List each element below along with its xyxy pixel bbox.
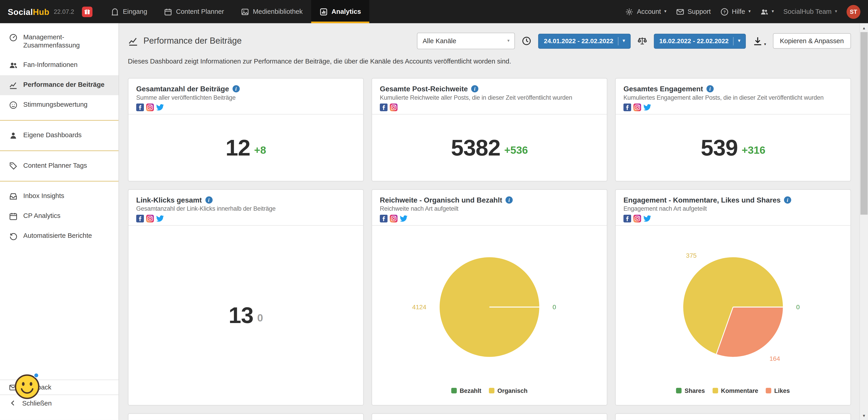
brand[interactable]: SocialHub 22.07.2 [0, 0, 97, 23]
app-window: SocialHub 22.07.2 Eingang Content Planne… [0, 0, 868, 420]
account-menu[interactable]: Account ▾ [625, 7, 666, 16]
card-partial [615, 413, 851, 420]
card-header: Link-Klicks gesamt i Gesamtanzahl der Li… [128, 190, 363, 226]
support-link[interactable]: Support [676, 7, 711, 16]
legend-item-kommentare[interactable]: Kommentare [713, 387, 758, 394]
info-icon[interactable]: i [232, 85, 240, 93]
nav-analytics[interactable]: Analytics [311, 0, 369, 23]
sidebar-item-fan-informationen[interactable]: Fan-Informationen [0, 55, 119, 75]
facebook-icon [136, 103, 144, 111]
support-label: Support [687, 8, 711, 15]
instagram-icon [390, 103, 398, 111]
account-label: Account [637, 8, 661, 15]
sidebar-item-inbox-insights[interactable]: Inbox Insights [0, 187, 119, 206]
legend-label: Kommentare [721, 387, 758, 394]
presence-menu[interactable]: ▾ [760, 7, 774, 16]
info-icon[interactable]: i [784, 196, 791, 204]
history-icon [9, 232, 18, 241]
chevron-down-icon: ▾ [507, 39, 510, 43]
card-subtitle: Engagement nach Art aufgeteilt [623, 205, 843, 212]
help-menu[interactable]: ? Hilfe ▾ [720, 7, 751, 16]
network-icons [623, 103, 843, 111]
nav-eingang[interactable]: Eingang [102, 0, 155, 23]
legend-item-bezahlt[interactable]: Bezahlt [451, 387, 481, 394]
scrollbar-thumb[interactable] [860, 32, 868, 215]
clock-icon [522, 36, 532, 46]
legend-swatch [713, 388, 718, 393]
card-title: Engagement - Kommentare, Likes und Share… [623, 196, 843, 204]
metric-value: 13 [229, 304, 253, 327]
avatar[interactable]: ST [846, 5, 860, 19]
topbar-right: Account ▾ Support ? Hilfe ▾ ▾ SocialHub … [625, 0, 868, 23]
media-library-icon [241, 7, 249, 16]
sidebar-item-automatisierte-berichte[interactable]: Automatisierte Berichte [0, 226, 119, 246]
info-icon[interactable]: i [706, 85, 713, 93]
team-menu[interactable]: SocialHub Team ▾ [783, 8, 837, 15]
sidebar-item-performance-der-beitraege[interactable]: Performance der Beiträge [0, 75, 119, 95]
analytics-icon [319, 7, 328, 16]
legend-item-shares[interactable]: Shares [676, 387, 705, 394]
line-chart-icon [9, 81, 18, 90]
chevron-down-icon: ▾ [748, 9, 751, 14]
legend-item-likes[interactable]: Likes [766, 387, 790, 394]
version-label: 22.07.2 [54, 8, 74, 15]
date-range-button[interactable]: 24.01.2022 - 22.02.2022 ▾ [538, 33, 630, 49]
sidebar-item-eigene-dashboards[interactable]: Eigene Dashboards [0, 126, 119, 146]
legend-item-organisch[interactable]: Organisch [489, 387, 528, 394]
card-engagement-pie: Engagement - Kommentare, Likes und Share… [615, 189, 851, 406]
metric-value: 12 [225, 136, 250, 159]
svg-text:?: ? [723, 10, 725, 14]
info-icon[interactable]: i [471, 85, 478, 93]
twitter-icon [156, 215, 164, 222]
channel-select[interactable]: Alle Kanäle ▾ [417, 33, 515, 49]
info-icon[interactable]: i [505, 196, 513, 204]
card-title-text: Engagement - Kommentare, Likes und Share… [623, 196, 781, 204]
calendar-icon [9, 212, 18, 221]
vertical-scrollbar[interactable]: ▲ ▼ [859, 23, 868, 420]
instagram-icon [633, 215, 641, 222]
users-icon [760, 7, 769, 16]
download-icon [752, 36, 763, 46]
export-button[interactable]: ▾ [752, 36, 766, 46]
legend-label: Organisch [497, 387, 528, 394]
card-title-text: Link-Klicks gesamt [136, 196, 202, 204]
copy-adapt-button[interactable]: Kopieren & Anpassen [773, 33, 851, 49]
card-title-text: Reichweite - Organisch und Bezahlt [380, 196, 502, 204]
help-label: Hilfe [732, 8, 745, 15]
whats-new-gift-icon[interactable] [82, 6, 93, 17]
person-icon [9, 131, 18, 140]
line-chart-icon [128, 36, 138, 46]
smiley-icon [9, 101, 18, 109]
legend-label: Shares [685, 387, 705, 394]
instagram-icon [390, 215, 398, 222]
card-body: 04124 BezahltOrganisch [372, 226, 607, 405]
topbar: SocialHub 22.07.2 Eingang Content Planne… [0, 0, 868, 23]
sidebar-item-stimmungsbewertung[interactable]: Stimmungsbewertung [0, 95, 119, 115]
card-body: 539 +316 [616, 115, 850, 181]
button-divider [733, 37, 734, 45]
sidebar-item-cp-analytics[interactable]: CP Analytics [0, 206, 119, 226]
sidebar-item-management-zusammenfassung[interactable]: Management-Zusammenfassung [0, 28, 119, 55]
header-controls: Alle Kanäle ▾ 24.01.2022 - 22.02.2022 ▾ [417, 33, 851, 49]
gauge-icon [9, 33, 18, 42]
card-header: Reichweite - Organisch und Bezahlt i Rei… [372, 190, 607, 226]
compare-icon-wrap [637, 36, 647, 46]
feedback-smiley-widget[interactable] [14, 374, 40, 400]
sidebar-divider [0, 151, 119, 151]
scroll-down-button[interactable]: ▼ [860, 411, 868, 420]
sidebar-item-content-planner-tags[interactable]: Content Planner Tags [0, 156, 119, 176]
nav-content-planner[interactable]: Content Planner [156, 0, 232, 23]
calendar-icon [164, 7, 172, 16]
facebook-icon [136, 215, 144, 222]
dashboard-header: Performance der Beiträge Alle Kanäle ▾ 2… [128, 33, 859, 49]
compare-range-button[interactable]: 16.02.2022 - 22.02.2022 ▾ [654, 33, 746, 49]
network-icons [380, 215, 599, 222]
scroll-up-button[interactable]: ▲ [860, 23, 868, 32]
page-title: Performance der Beiträge [128, 36, 242, 46]
card-header: Gesamtes Engagement i Kumuliertes Engage… [616, 79, 850, 115]
info-icon[interactable]: i [205, 196, 212, 204]
nav-medienbibliothek[interactable]: Medienbibliothek [232, 0, 311, 23]
instagram-icon [146, 103, 154, 111]
pie-data-label: 0 [553, 303, 556, 311]
pie-data-label: 375 [686, 252, 697, 259]
